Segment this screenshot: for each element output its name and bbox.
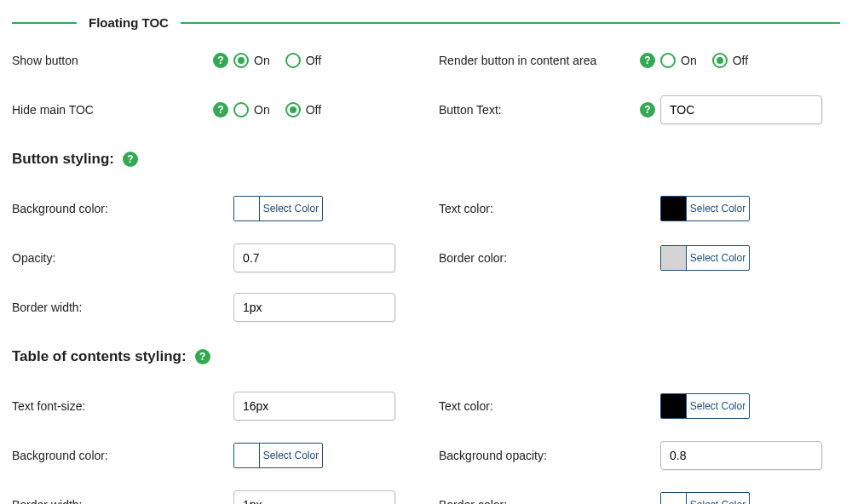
color-swatch-icon xyxy=(661,197,687,220)
radio-circle-icon xyxy=(285,53,301,68)
color-picker-bs-text[interactable]: Select Color xyxy=(660,196,750,221)
radio-circle-icon xyxy=(660,53,676,68)
color-swatch-icon xyxy=(234,197,260,220)
color-btn-label: Select Color xyxy=(260,197,322,220)
color-swatch-icon xyxy=(234,444,260,467)
label-bs-border-color: Border color: xyxy=(439,251,660,265)
radio-group-show-button: On Off xyxy=(233,53,321,68)
radio-label-on: On xyxy=(681,54,697,67)
radio-group-hide-main-toc: On Off xyxy=(233,102,321,117)
input-bs-border-width[interactable] xyxy=(233,293,395,322)
row-button-text: Button Text: ? xyxy=(439,94,840,125)
label-toc-border-color: Border color: xyxy=(439,498,660,504)
help-icon[interactable]: ? xyxy=(640,53,655,68)
help-icon[interactable]: ? xyxy=(213,102,228,117)
color-picker-toc-text[interactable]: Select Color xyxy=(660,393,750,419)
radio-render-on[interactable]: On xyxy=(660,53,697,68)
label-render-in-content: Render button in content area xyxy=(439,54,631,67)
color-picker-toc-bg[interactable]: Select Color xyxy=(233,443,323,468)
row-bs-bg-color: Background color: Select Color xyxy=(12,193,413,224)
row-toc-border-width: Border width: xyxy=(12,490,413,504)
radio-label-on: On xyxy=(254,103,270,117)
spacer xyxy=(439,292,840,323)
heading-button-styling: Button styling: xyxy=(12,147,114,171)
color-btn-label: Select Color xyxy=(687,246,749,270)
row-toc-styling-heading: Table of contents styling: ? xyxy=(12,341,840,372)
row-toc-text-color: Text color: Select Color xyxy=(439,391,840,421)
label-bs-bg-color: Background color: xyxy=(12,202,233,215)
header-line-right xyxy=(181,22,840,24)
input-button-text[interactable] xyxy=(660,95,822,124)
section-header: Floating TOC xyxy=(12,15,840,30)
color-picker-bs-bg[interactable]: Select Color xyxy=(233,196,323,221)
row-toc-bg-opacity: Background opacity: xyxy=(439,440,840,471)
color-swatch-icon xyxy=(661,394,687,418)
label-toc-bg-color: Background color: xyxy=(12,449,233,462)
color-swatch-icon xyxy=(661,246,687,270)
row-button-styling-heading: Button styling: ? xyxy=(12,144,840,175)
color-btn-label: Select Color xyxy=(687,197,749,220)
label-toc-font-size: Text font-size: xyxy=(12,399,233,413)
label-button-text: Button Text: xyxy=(439,103,631,117)
label-bs-border-width: Border width: xyxy=(12,301,233,314)
help-icon[interactable]: ? xyxy=(640,102,655,117)
color-btn-label: Select Color xyxy=(687,394,749,418)
label-bs-text-color: Text color: xyxy=(439,202,660,215)
label-toc-text-color: Text color: xyxy=(439,399,660,413)
label-show-button: Show button xyxy=(12,54,204,67)
radio-label-off: Off xyxy=(306,54,321,67)
color-swatch-icon xyxy=(661,493,687,504)
radio-circle-icon xyxy=(285,102,301,117)
header-line-left xyxy=(12,22,77,24)
row-bs-border-width: Border width: xyxy=(12,292,413,323)
input-bs-opacity[interactable] xyxy=(233,243,395,272)
row-render-in-content: Render button in content area ? On Off xyxy=(439,45,840,76)
radio-render-off[interactable]: Off xyxy=(712,53,748,68)
radio-label-off: Off xyxy=(306,103,321,117)
row-show-button: Show button ? On Off xyxy=(12,45,413,76)
radio-circle-icon xyxy=(233,102,249,117)
input-toc-font-size[interactable] xyxy=(233,392,395,421)
row-toc-font-size: Text font-size: xyxy=(12,391,413,421)
color-picker-toc-border[interactable]: Select Color xyxy=(660,492,750,504)
label-bs-opacity: Opacity: xyxy=(12,251,233,265)
row-toc-bg-color: Background color: Select Color xyxy=(12,440,413,471)
row-bs-opacity: Opacity: xyxy=(12,243,413,273)
help-icon[interactable]: ? xyxy=(195,349,210,364)
row-hide-main-toc: Hide main TOC ? On Off xyxy=(12,94,413,125)
row-bs-text-color: Text color: Select Color xyxy=(439,193,840,224)
label-hide-main-toc: Hide main TOC xyxy=(12,103,204,117)
input-toc-border-width[interactable] xyxy=(233,490,395,504)
radio-group-render-in-content: On Off xyxy=(660,53,748,68)
radio-circle-icon xyxy=(233,53,249,68)
radio-circle-icon xyxy=(712,53,728,68)
label-toc-bg-opacity: Background opacity: xyxy=(439,449,660,462)
help-icon[interactable]: ? xyxy=(213,53,228,68)
row-bs-border-color: Border color: Select Color xyxy=(439,243,840,273)
radio-show-button-on[interactable]: On xyxy=(233,53,270,68)
label-toc-border-width: Border width: xyxy=(12,498,233,504)
radio-hide-off[interactable]: Off xyxy=(285,102,321,117)
color-btn-label: Select Color xyxy=(260,444,322,467)
section-title: Floating TOC xyxy=(89,15,169,30)
input-toc-bg-opacity[interactable] xyxy=(660,441,822,470)
radio-label-off: Off xyxy=(733,54,748,67)
help-icon[interactable]: ? xyxy=(123,152,138,167)
row-toc-border-color: Border color: Select Color xyxy=(439,490,840,504)
radio-show-button-off[interactable]: Off xyxy=(285,53,321,68)
color-picker-bs-border[interactable]: Select Color xyxy=(660,245,750,271)
radio-label-on: On xyxy=(254,54,270,67)
heading-toc-styling: Table of contents styling: xyxy=(12,345,187,369)
radio-hide-on[interactable]: On xyxy=(233,102,270,117)
color-btn-label: Select Color xyxy=(687,493,749,504)
